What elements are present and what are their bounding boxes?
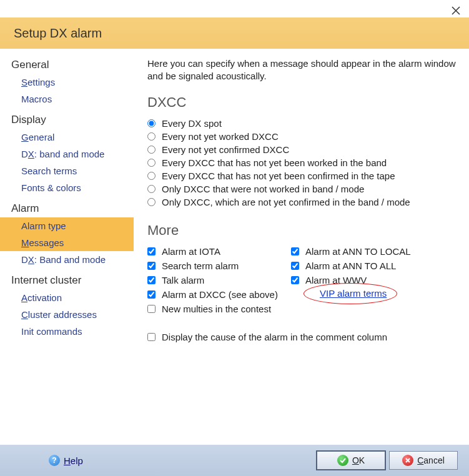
ok-button[interactable]: OK	[317, 451, 385, 470]
more-dxcc-above-label: Alarm at DXCC (see above)	[162, 289, 278, 300]
more-talk[interactable]: Talk alarm	[147, 274, 285, 287]
sidebar-item-macros[interactable]: Macros	[0, 91, 134, 107]
display-cause-checkbox[interactable]	[147, 333, 156, 341]
dxcc-option-6[interactable]: Only DXCC, which are not yet confirmed i…	[147, 196, 457, 209]
dxcc-option-4[interactable]: Every DXCC that has not yet been confirm…	[147, 169, 457, 182]
more-ann-all-label: Alarm at ANN TO ALL	[305, 260, 396, 271]
vip-alarm-terms-link[interactable]: VIP alarm terms	[320, 288, 387, 299]
dxcc-radio-1[interactable]	[147, 132, 156, 141]
sidebar-item-alarm-type[interactable]: Alarm type	[0, 217, 134, 234]
content-pane: Here you can specify when a message shou…	[134, 49, 469, 445]
close-icon[interactable]	[449, 4, 463, 17]
sidebar-item-dx-band-and-mode[interactable]: DX: Band and mode	[0, 251, 134, 268]
sidebar-item-general[interactable]: General	[0, 129, 134, 146]
more-ann-all-checkbox[interactable]	[291, 262, 299, 270]
cancel-icon	[402, 455, 413, 466]
more-wwv[interactable]: Alarm at WWV	[291, 274, 441, 287]
ok-icon	[337, 455, 348, 466]
more-search-term-checkbox[interactable]	[147, 262, 156, 270]
dxcc-label-3: Every DXCC that has not yet been worked …	[162, 157, 387, 168]
dxcc-label-6: Only DXCC, which are not yet confirmed i…	[162, 197, 410, 207]
more-wwv-label: Alarm at WWV	[305, 275, 367, 285]
footer-bar: ? Help OK Cancel	[0, 445, 469, 476]
more-new-multies[interactable]: New multies in the contest	[147, 302, 285, 315]
sidebar-group-alarm: Alarm	[0, 200, 134, 217]
more-search-term-label: Search term alarm	[162, 260, 239, 271]
help-button[interactable]: ? Help	[49, 455, 83, 466]
dxcc-radio-2[interactable]	[147, 146, 156, 154]
sidebar-item-messages[interactable]: Messages	[0, 234, 134, 251]
cancel-button[interactable]: Cancel	[389, 451, 458, 470]
ok-label-rest: K	[359, 455, 365, 465]
sidebar-item-cluster-addresses[interactable]: Cluster addresses	[0, 306, 134, 323]
intro-text: Here you can specify when a message shou…	[147, 57, 457, 83]
help-label-mn: H	[64, 455, 71, 466]
more-section-head: More	[147, 222, 457, 239]
dxcc-radio-3[interactable]	[147, 159, 156, 167]
help-icon: ?	[49, 455, 60, 466]
sidebar-item-dx-band-and-mode[interactable]: DX: band and mode	[0, 146, 134, 162]
more-ann-local[interactable]: Alarm at ANN TO LOCAL	[291, 245, 441, 258]
dxcc-option-5[interactable]: Only DXCC that were not worked in band /…	[147, 182, 457, 196]
dxcc-radio-5[interactable]	[147, 185, 156, 193]
more-iota[interactable]: Alarm at IOTA	[147, 245, 285, 258]
cancel-label-mn: C	[417, 455, 423, 465]
empty-cell	[291, 302, 441, 315]
dxcc-label-5: Only DXCC that were not worked in band /…	[162, 184, 364, 194]
sidebar-group-display: Display	[0, 111, 134, 129]
dxcc-radio-0[interactable]	[147, 119, 156, 127]
dxcc-option-1[interactable]: Every not yet worked DXCC	[147, 130, 457, 143]
dxcc-radio-4[interactable]	[147, 172, 156, 180]
sidebar-group-internet-cluster: Internet cluster	[0, 272, 134, 289]
sidebar-item-settings[interactable]: Settings	[0, 74, 134, 91]
more-search-term[interactable]: Search term alarm	[147, 259, 285, 272]
window-title-bar: Setup DX alarm	[0, 17, 469, 49]
display-cause-row[interactable]: Display the cause of the alarm in the co…	[147, 330, 457, 344]
sidebar-item-search-terms[interactable]: Search terms	[0, 162, 134, 179]
dxcc-label-1: Every not yet worked DXCC	[162, 131, 279, 142]
more-dxcc-above-checkbox[interactable]	[147, 290, 156, 299]
dxcc-label-0: Every DX spot	[162, 118, 222, 129]
more-iota-checkbox[interactable]	[147, 247, 156, 255]
more-talk-checkbox[interactable]	[147, 276, 156, 284]
dxcc-label-4: Every DXCC that has not yet been confirm…	[162, 171, 395, 181]
more-iota-label: Alarm at IOTA	[162, 246, 220, 257]
dxcc-label-2: Every not yet confirmed DXCC	[162, 144, 289, 155]
more-ann-local-checkbox[interactable]	[291, 247, 299, 255]
vip-alarm-terms-wrap: VIP alarm terms	[291, 288, 441, 301]
more-ann-local-label: Alarm at ANN TO LOCAL	[305, 246, 411, 257]
display-cause-label: Display the cause of the alarm in the co…	[162, 332, 387, 342]
more-ann-all[interactable]: Alarm at ANN TO ALL	[291, 259, 441, 272]
sidebar: GeneralSettingsMacrosDisplayGeneralDX: b…	[0, 49, 134, 445]
help-label-rest: elp	[71, 455, 83, 466]
dxcc-radio-6[interactable]	[147, 198, 156, 206]
sidebar-item-init-commands[interactable]: Init commands	[0, 323, 134, 340]
ok-label-mn: O	[352, 455, 359, 465]
more-new-multies-checkbox[interactable]	[147, 305, 156, 313]
more-talk-label: Talk alarm	[162, 275, 204, 285]
dxcc-option-2[interactable]: Every not yet confirmed DXCC	[147, 143, 457, 156]
more-dxcc-above[interactable]: Alarm at DXCC (see above)	[147, 288, 285, 301]
sidebar-item-activation[interactable]: Activation	[0, 289, 134, 306]
cancel-label-rest: ancel	[423, 455, 444, 465]
dxcc-section-head: DXCC	[147, 94, 457, 111]
more-wwv-checkbox[interactable]	[291, 276, 299, 284]
dxcc-option-0[interactable]: Every DX spot	[147, 117, 457, 130]
dxcc-option-3[interactable]: Every DXCC that has not yet been worked …	[147, 156, 457, 169]
window-title: Setup DX alarm	[14, 26, 102, 41]
more-new-multies-label: New multies in the contest	[162, 304, 271, 314]
sidebar-group-general: General	[0, 56, 134, 74]
sidebar-item-fonts-colors[interactable]: Fonts & colors	[0, 179, 134, 196]
